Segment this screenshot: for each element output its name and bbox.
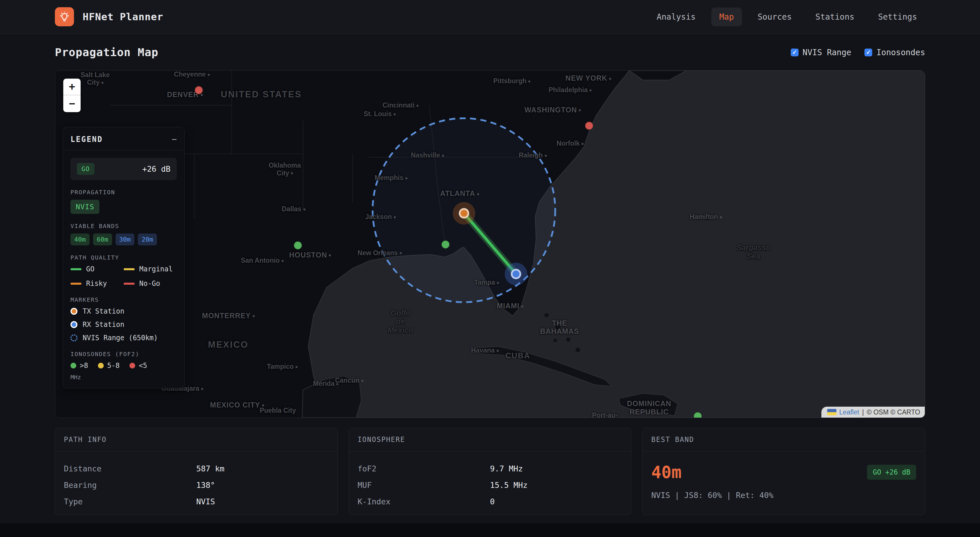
range-circle-icon [70, 335, 78, 341]
card-title: PATH INFO [55, 428, 337, 451]
nvis-badge: NVIS [70, 200, 99, 214]
table-row: MUF 15.5 MHz [358, 481, 623, 489]
ionosonde-dot[interactable] [294, 242, 302, 249]
snr-value: +26 dB [142, 164, 170, 174]
fof2-label: <5 [139, 362, 147, 370]
section-label: IONOSONDES (FOF2) [70, 351, 177, 357]
fof2-label: 5-8 [107, 362, 119, 370]
brand: HFNet Planner [55, 7, 163, 26]
propagation-map[interactable]: Salt Lake CityCheyenneDENVERUNITED STATE… [55, 70, 925, 418]
section-label: PATH QUALITY [70, 254, 177, 261]
section-label: PROPAGATION [70, 189, 177, 196]
best-band-subtitle: NVIS | JS8: 60% | Ret: 40% [651, 491, 916, 500]
path-quality-legend: GO Marginal Risky No-Go [70, 265, 177, 288]
zoom-in-button[interactable]: + [63, 79, 81, 96]
footer-strip [0, 523, 980, 537]
row-value: NVIS [196, 497, 328, 506]
content: Propagation Map NVIS Range Ionosondes [0, 46, 980, 515]
marker-label: TX Station [83, 307, 124, 316]
attribution-separator: | [862, 408, 864, 416]
nav-item-analysis[interactable]: Analysis [649, 8, 704, 26]
fof2-unit: MHz [70, 374, 177, 381]
table-row: Bearing 138° [64, 481, 329, 489]
table-row: Type NVIS [64, 497, 329, 506]
toggle-label: NVIS Range [803, 48, 851, 57]
nav-item-sources[interactable]: Sources [749, 8, 800, 26]
row-label: K-Index [358, 497, 490, 506]
legend-collapse-button[interactable]: − [172, 135, 177, 143]
nav-menu: Analysis Map Sources Stations Settings [649, 8, 925, 26]
rx-station-icon [70, 321, 78, 328]
row-value: 15.5 MHz [490, 481, 622, 489]
row-label: foF2 [358, 464, 490, 473]
row-value: 9.7 MHz [490, 464, 622, 473]
layer-toggles: NVIS Range Ionosondes [791, 48, 925, 57]
table-row: Distance 587 km [64, 464, 329, 473]
row-label: Type [64, 497, 196, 506]
nav-item-stations[interactable]: Stations [807, 8, 862, 26]
quality-label: Risky [86, 279, 107, 288]
quality-label: Marginal [139, 265, 173, 273]
nogo-line-icon [124, 283, 135, 285]
ionosonde-dot[interactable] [442, 241, 449, 248]
best-band-badge: GO +26 dB [867, 465, 916, 480]
nvis-range-checkbox[interactable] [791, 49, 799, 56]
ionosphere-card: IONOSPHERE foF2 9.7 MHz MUF 15.5 MHz K-I… [349, 428, 632, 515]
toggle-label: Ionosondes [876, 48, 925, 57]
legend-summary: GO +26 dB [70, 158, 177, 180]
band-badge-30m: 30m [116, 234, 135, 245]
ionosonde-dots [55, 70, 925, 417]
band-badge-40m: 40m [70, 234, 89, 245]
row-label: Bearing [64, 481, 196, 489]
nav-item-map[interactable]: Map [711, 8, 742, 26]
band-badge-60m: 60m [93, 234, 112, 245]
row-label: Distance [64, 464, 196, 473]
legend-panel: LEGEND − GO +26 dB PROPAGATION NVIS VIAB… [63, 127, 185, 389]
ionosonde-dot[interactable] [585, 122, 593, 129]
page-title: Propagation Map [55, 46, 158, 59]
tx-station-marker[interactable] [459, 208, 469, 218]
nav-item-settings[interactable]: Settings [870, 8, 925, 26]
toggle-ionosondes[interactable]: Ionosondes [864, 48, 925, 57]
app-title: HFNet Planner [83, 11, 163, 22]
ukraine-flag-icon [827, 409, 837, 415]
ionosondes-legend: >8 5-8 <5 [70, 362, 177, 370]
ionosonde-dot[interactable] [694, 413, 702, 418]
page-header: Propagation Map NVIS Range Ionosondes [55, 46, 925, 59]
rx-station-marker[interactable] [511, 269, 521, 279]
fof2-high-dot-icon [70, 363, 76, 368]
best-band-card: BEST BAND 40m GO +26 dB NVIS | JS8: 60% … [642, 428, 925, 515]
table-row: K-Index 0 [358, 497, 623, 506]
go-line-icon [70, 268, 81, 270]
app-root: HFNet Planner Analysis Map Sources Stati… [0, 0, 980, 537]
viable-bands: 40m 60m 30m 20m [70, 234, 177, 245]
navbar: HFNet Planner Analysis Map Sources Stati… [0, 0, 980, 34]
legend-title: LEGEND [70, 135, 103, 143]
card-title: IONOSPHERE [349, 428, 631, 451]
row-value: 0 [490, 497, 622, 506]
map-attribution: Leaflet | © OSM © CARTO [821, 407, 925, 417]
quality-label: GO [86, 265, 94, 273]
fof2-low-dot-icon [129, 363, 135, 368]
section-label: MARKERS [70, 296, 177, 303]
lightbulb-logo-icon [55, 7, 74, 26]
go-badge: GO [77, 163, 94, 175]
info-cards: PATH INFO Distance 587 km Bearing 138° T… [55, 428, 925, 515]
toggle-nvis-range[interactable]: NVIS Range [791, 48, 851, 57]
path-info-card: PATH INFO Distance 587 km Bearing 138° T… [55, 428, 338, 515]
table-row: foF2 9.7 MHz [358, 464, 623, 473]
fof2-label: >8 [80, 362, 88, 370]
row-value: 587 km [196, 464, 328, 473]
ionosonde-dot[interactable] [195, 86, 202, 94]
markers-legend: TX Station RX Station NVIS Range (650km) [70, 307, 177, 342]
marker-label: RX Station [83, 320, 124, 328]
zoom-out-button[interactable]: − [63, 96, 81, 112]
marker-label: NVIS Range (650km) [83, 334, 158, 342]
quality-label: No-Go [139, 279, 160, 288]
ionosondes-checkbox[interactable] [864, 49, 872, 56]
band-badge-20m: 20m [138, 234, 157, 245]
risky-line-icon [70, 283, 81, 285]
leaflet-link[interactable]: Leaflet [839, 408, 859, 416]
map-zoom-control: + − [63, 79, 81, 112]
marginal-line-icon [124, 268, 135, 270]
